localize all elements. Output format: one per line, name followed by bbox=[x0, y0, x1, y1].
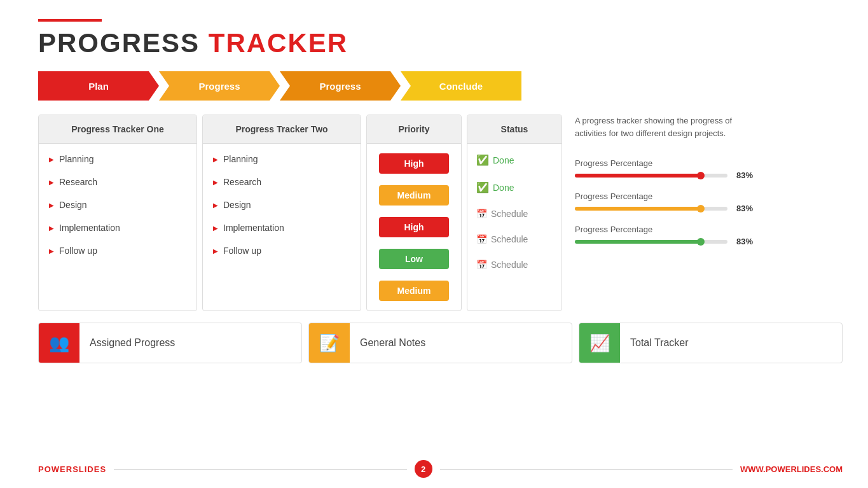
brand-red: SLIDES bbox=[72, 464, 106, 474]
title-red: TRACKER bbox=[209, 28, 348, 58]
tracker-table: Progress Tracker One ▶Planning ▶Research… bbox=[38, 115, 562, 311]
calendar-icon: 📅 bbox=[476, 234, 487, 244]
arrow-icon: ▶ bbox=[49, 179, 54, 186]
progress-fill-orange bbox=[575, 207, 701, 211]
arrow-icon: ▶ bbox=[213, 156, 218, 163]
col-body-tracker-two: ▶Planning ▶Research ▶Design ▶Implementat… bbox=[203, 144, 361, 266]
arrow-icon: ▶ bbox=[49, 156, 54, 163]
progress-pct-green: 83% bbox=[733, 237, 753, 246]
col-tracker-one: Progress Tracker One ▶Planning ▶Research… bbox=[38, 115, 197, 311]
col-tracker-two: Progress Tracker Two ▶Planning ▶Research… bbox=[202, 115, 361, 311]
pipeline-step-conclude: Conclude bbox=[401, 71, 521, 101]
header-line bbox=[38, 19, 102, 22]
status-schedule-1: 📅 Schedule bbox=[476, 206, 553, 221]
arrow-icon: ▶ bbox=[213, 202, 218, 209]
status-schedule-3: 📅 Schedule bbox=[476, 257, 553, 272]
col-header-tracker-two: Progress Tracker Two bbox=[203, 115, 361, 144]
bottom-cards: 👥 Assigned Progress 📝 General Notes 📈 To… bbox=[38, 323, 843, 363]
col-body-tracker-one: ▶Planning ▶Research ▶Design ▶Implementat… bbox=[39, 144, 196, 266]
list-item: ▶Follow up bbox=[213, 243, 350, 258]
page: PROGRESS TRACKER Plan Progress Progress … bbox=[0, 0, 868, 488]
col-body-status: ✅ Done ✅ Done 📅 Schedule 📅 Schedule bbox=[467, 144, 561, 280]
progress-label-orange: Progress Percentage bbox=[575, 192, 753, 201]
footer-line-right bbox=[440, 469, 733, 470]
status-done-2: ✅ Done bbox=[476, 179, 553, 196]
card-icon-tracker: 📈 bbox=[579, 323, 620, 363]
col-header-tracker-one: Progress Tracker One bbox=[39, 115, 196, 144]
page-title: PROGRESS TRACKER bbox=[38, 28, 843, 59]
progress-label-red: Progress Percentage bbox=[575, 158, 753, 168]
title-dark: PROGRESS bbox=[38, 28, 200, 58]
list-item: ▶Research bbox=[49, 174, 186, 190]
footer-line-left bbox=[114, 469, 406, 470]
arrow-icon: ▶ bbox=[213, 225, 218, 232]
card-label-assigned: Assigned Progress bbox=[90, 337, 175, 349]
pipeline-step-plan: Plan bbox=[38, 71, 159, 101]
progress-track-green bbox=[575, 240, 727, 244]
priority-badge-medium2: Medium bbox=[379, 281, 449, 301]
right-panel: A progress tracker showing the progress … bbox=[575, 115, 753, 246]
footer: POWERSLIDES 2 WWW.POWERLIDES.COM bbox=[38, 460, 843, 478]
pipeline: Plan Progress Progress Conclude bbox=[38, 71, 843, 101]
progress-track-orange bbox=[575, 207, 727, 211]
progress-fill-green bbox=[575, 240, 701, 244]
col-header-status: Status bbox=[467, 115, 561, 144]
pipeline-step-progress1: Progress bbox=[159, 71, 280, 101]
progress-bar-wrap-red: 83% bbox=[575, 171, 753, 180]
priority-badge-low: Low bbox=[379, 249, 449, 269]
progress-item-red: Progress Percentage 83% bbox=[575, 158, 753, 180]
progress-track-red bbox=[575, 174, 727, 178]
list-item: ▶Design bbox=[49, 197, 186, 213]
check-icon: ✅ bbox=[476, 181, 489, 193]
footer-url: WWW.POWERLIDES.COM bbox=[740, 464, 843, 474]
priority-badge-medium: Medium bbox=[379, 185, 449, 206]
arrow-icon: ▶ bbox=[213, 247, 218, 254]
card-general-notes: 📝 General Notes bbox=[308, 323, 572, 363]
progress-section: Progress Percentage 83% Progress Percent… bbox=[575, 158, 753, 246]
card-label-notes: General Notes bbox=[360, 337, 425, 349]
progress-item-green: Progress Percentage 83% bbox=[575, 225, 753, 246]
arrow-icon: ▶ bbox=[49, 247, 54, 254]
card-icon-assigned: 👥 bbox=[39, 323, 79, 363]
progress-fill-red bbox=[575, 174, 701, 178]
progress-label-green: Progress Percentage bbox=[575, 225, 753, 234]
card-icon-notes: 📝 bbox=[309, 323, 350, 363]
priority-badge-high: High bbox=[379, 153, 449, 174]
list-item: ▶Design bbox=[213, 197, 350, 213]
list-item: ▶Planning bbox=[213, 151, 350, 167]
brand-dark: POWER bbox=[38, 464, 72, 474]
col-header-priority: Priority bbox=[367, 115, 461, 144]
col-status: Status ✅ Done ✅ Done 📅 Schedule bbox=[467, 115, 562, 311]
status-done-1: ✅ Done bbox=[476, 151, 553, 169]
footer-brand: POWERSLIDES bbox=[38, 464, 106, 474]
list-item: ▶Planning bbox=[49, 151, 186, 167]
progress-bar-wrap-green: 83% bbox=[575, 237, 753, 246]
list-item: ▶Follow up bbox=[49, 243, 186, 258]
priority-badge-high2: High bbox=[379, 217, 449, 237]
pipeline-step-progress2: Progress bbox=[280, 71, 401, 101]
progress-bar-wrap-orange: 83% bbox=[575, 204, 753, 213]
footer-page-number: 2 bbox=[415, 460, 432, 478]
progress-item-orange: Progress Percentage 83% bbox=[575, 192, 753, 213]
progress-pct-red: 83% bbox=[733, 171, 753, 180]
card-assigned-progress: 👥 Assigned Progress bbox=[38, 323, 302, 363]
check-icon: ✅ bbox=[476, 154, 489, 166]
arrow-icon: ▶ bbox=[213, 179, 218, 186]
calendar-icon: 📅 bbox=[476, 209, 487, 219]
list-item: ▶Research bbox=[213, 174, 350, 190]
col-priority: Priority High Medium High Low Medium bbox=[366, 115, 462, 311]
col-body-priority: High Medium High Low Medium bbox=[367, 144, 461, 310]
progress-pct-orange: 83% bbox=[733, 204, 753, 213]
arrow-icon: ▶ bbox=[49, 202, 54, 209]
card-label-tracker: Total Tracker bbox=[630, 337, 689, 349]
description: A progress tracker showing the progress … bbox=[575, 115, 753, 139]
list-item: ▶Implementation bbox=[49, 220, 186, 235]
main-content: Progress Tracker One ▶Planning ▶Research… bbox=[38, 115, 843, 311]
status-schedule-2: 📅 Schedule bbox=[476, 232, 553, 247]
arrow-icon: ▶ bbox=[49, 225, 54, 232]
list-item: ▶Implementation bbox=[213, 220, 350, 235]
calendar-icon: 📅 bbox=[476, 260, 487, 270]
card-total-tracker: 📈 Total Tracker bbox=[579, 323, 843, 363]
